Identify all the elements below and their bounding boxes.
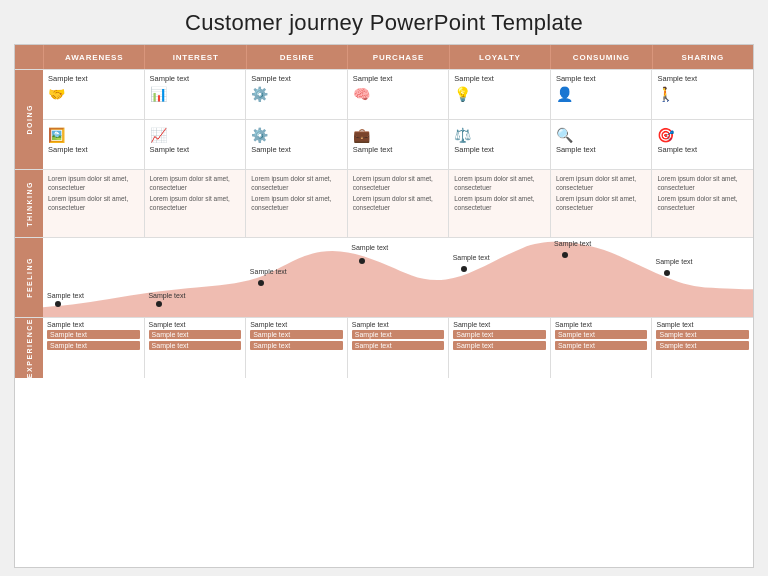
col-header-consuming: CONSUMING: [550, 45, 651, 69]
doing-text-1: Sample text: [48, 74, 88, 83]
thinking-lorem-1a: Lorem ipsum dolor sit amet, consectetuer: [48, 174, 139, 192]
exp-text-5a: Sample text: [453, 321, 546, 328]
exp-cell-1: Sample text Sample text Sample text: [43, 318, 144, 378]
doing-bottom-row: 🖼️ Sample text 📈 Sample text ⚙️ Sample t…: [43, 120, 753, 169]
doing-text-2: Sample text: [150, 74, 190, 83]
col-header-desire: DESIRE: [246, 45, 347, 69]
thinking-lorem-4a: Lorem ipsum dolor sit amet, consectetuer: [353, 174, 444, 192]
exp-text-4c: Sample text: [352, 341, 445, 350]
exp-text-1a: Sample text: [47, 321, 140, 328]
doing-top-sharing: Sample text 🚶: [651, 70, 753, 119]
thinking-cell-3: Lorem ipsum dolor sit amet, consectetuer…: [245, 170, 347, 237]
doing-btext-6: Sample text: [556, 145, 596, 154]
thinking-lorem-7a: Lorem ipsum dolor sit amet, consectetuer: [657, 174, 748, 192]
doing-icon-3: ⚙️: [251, 86, 268, 102]
thinking-cell-4: Lorem ipsum dolor sit amet, consectetuer…: [347, 170, 449, 237]
exp-cell-5: Sample text Sample text Sample text: [448, 318, 550, 378]
col-header-awareness: AWARENESS: [43, 45, 144, 69]
exp-text-1c: Sample text: [47, 341, 140, 350]
exp-cell-3: Sample text Sample text Sample text: [245, 318, 347, 378]
thinking-lorem-2a: Lorem ipsum dolor sit amet, consectetuer: [150, 174, 241, 192]
doing-icon-b2: 📈: [150, 127, 167, 143]
exp-text-7a: Sample text: [656, 321, 749, 328]
doing-btext-7: Sample text: [657, 145, 697, 154]
thinking-lorem-1b: Lorem ipsum dolor sit amet, consectetuer: [48, 194, 139, 212]
exp-text-5b: Sample text: [453, 330, 546, 339]
doing-bottom-interest: 📈 Sample text: [144, 120, 246, 169]
exp-text-3b: Sample text: [250, 330, 343, 339]
doing-btext-2: Sample text: [150, 145, 190, 154]
journey-table: AWARENESS INTEREST DESIRE PURCHASE LOYAL…: [14, 44, 754, 568]
thinking-lorem-6b: Lorem ipsum dolor sit amet, consectetuer: [556, 194, 647, 212]
doing-icon-5: 💡: [454, 86, 471, 102]
thinking-section: THINKING Lorem ipsum dolor sit amet, con…: [15, 169, 753, 237]
page: Customer journey PowerPoint Template AWA…: [0, 0, 768, 576]
exp-text-4b: Sample text: [352, 330, 445, 339]
doing-icon-7: 🚶: [657, 86, 674, 102]
col-header-loyalty: LOYALTY: [449, 45, 550, 69]
doing-icon-6: 👤: [556, 86, 573, 102]
doing-bottom-loyalty: ⚖️ Sample text: [448, 120, 550, 169]
header-row: AWARENESS INTEREST DESIRE PURCHASE LOYAL…: [15, 45, 753, 69]
doing-top-awareness: Sample text 🤝: [43, 70, 144, 119]
thinking-lorem-4b: Lorem ipsum dolor sit amet, consectetuer: [353, 194, 444, 212]
doing-btext-1: Sample text: [48, 145, 88, 154]
doing-top-consuming: Sample text 👤: [550, 70, 652, 119]
doing-top-loyalty: Sample text 💡: [448, 70, 550, 119]
doing-top-interest: Sample text 📊: [144, 70, 246, 119]
feeling-content: Sample text Sample text Sample text: [43, 238, 753, 317]
exp-cell-4: Sample text Sample text Sample text: [347, 318, 449, 378]
header-label-spacer: [15, 45, 43, 69]
doing-text-7: Sample text: [657, 74, 697, 83]
thinking-lorem-6a: Lorem ipsum dolor sit amet, consectetuer: [556, 174, 647, 192]
doing-icon-2: 📊: [150, 86, 167, 102]
doing-btext-5: Sample text: [454, 145, 494, 154]
col-header-interest: INTEREST: [144, 45, 245, 69]
exp-cell-6: Sample text Sample text Sample text: [550, 318, 652, 378]
doing-section: DOING Sample text 🤝 Sample text 📊 Sample…: [15, 69, 753, 169]
doing-top-purchase: Sample text 🧠: [347, 70, 449, 119]
exp-text-2a: Sample text: [149, 321, 242, 328]
exp-text-5c: Sample text: [453, 341, 546, 350]
exp-text-7c: Sample text: [656, 341, 749, 350]
thinking-cell-6: Lorem ipsum dolor sit amet, consectetuer…: [550, 170, 652, 237]
exp-cell-7: Sample text Sample text Sample text: [651, 318, 753, 378]
thinking-lorem-2b: Lorem ipsum dolor sit amet, consectetuer: [150, 194, 241, 212]
doing-top-desire: Sample text ⚙️: [245, 70, 347, 119]
doing-text-6: Sample text: [556, 74, 596, 83]
exp-text-6a: Sample text: [555, 321, 648, 328]
doing-bottom-purchase: 💼 Sample text: [347, 120, 449, 169]
experience-label: EXPERIENCE: [15, 318, 43, 378]
doing-label: DOING: [15, 70, 43, 169]
doing-text-5: Sample text: [454, 74, 494, 83]
thinking-content: Lorem ipsum dolor sit amet, consectetuer…: [43, 170, 753, 237]
exp-text-6b: Sample text: [555, 330, 648, 339]
doing-bottom-sharing: 🎯 Sample text: [651, 120, 753, 169]
doing-icon-b3: ⚙️: [251, 127, 268, 143]
exp-text-7b: Sample text: [656, 330, 749, 339]
doing-icon-1: 🤝: [48, 86, 65, 102]
doing-bottom-consuming: 🔍 Sample text: [550, 120, 652, 169]
thinking-label: THINKING: [15, 170, 43, 237]
thinking-lorem-3a: Lorem ipsum dolor sit amet, consectetuer: [251, 174, 342, 192]
doing-content: Sample text 🤝 Sample text 📊 Sample text …: [43, 70, 753, 169]
doing-icon-b7: 🎯: [657, 127, 674, 143]
exp-text-4a: Sample text: [352, 321, 445, 328]
thinking-cell-1: Lorem ipsum dolor sit amet, consectetuer…: [43, 170, 144, 237]
exp-text-2c: Sample text: [149, 341, 242, 350]
thinking-lorem-3b: Lorem ipsum dolor sit amet, consectetuer: [251, 194, 342, 212]
doing-icon-b5: ⚖️: [454, 127, 471, 143]
thinking-cell-5: Lorem ipsum dolor sit amet, consectetuer…: [448, 170, 550, 237]
thinking-cell-7: Lorem ipsum dolor sit amet, consectetuer…: [651, 170, 753, 237]
feeling-section: FEELING Sample text Sample text: [15, 237, 753, 317]
doing-text-4: Sample text: [353, 74, 393, 83]
doing-icon-4: 🧠: [353, 86, 370, 102]
experience-content: Sample text Sample text Sample text Samp…: [43, 318, 753, 378]
doing-icon-b1: 🖼️: [48, 127, 65, 143]
experience-section: EXPERIENCE Sample text Sample text Sampl…: [15, 317, 753, 378]
feeling-label: FEELING: [15, 238, 43, 317]
doing-btext-4: Sample text: [353, 145, 393, 154]
col-header-sharing: SHARING: [652, 45, 753, 69]
doing-icon-b6: 🔍: [556, 127, 573, 143]
thinking-cell-2: Lorem ipsum dolor sit amet, consectetuer…: [144, 170, 246, 237]
